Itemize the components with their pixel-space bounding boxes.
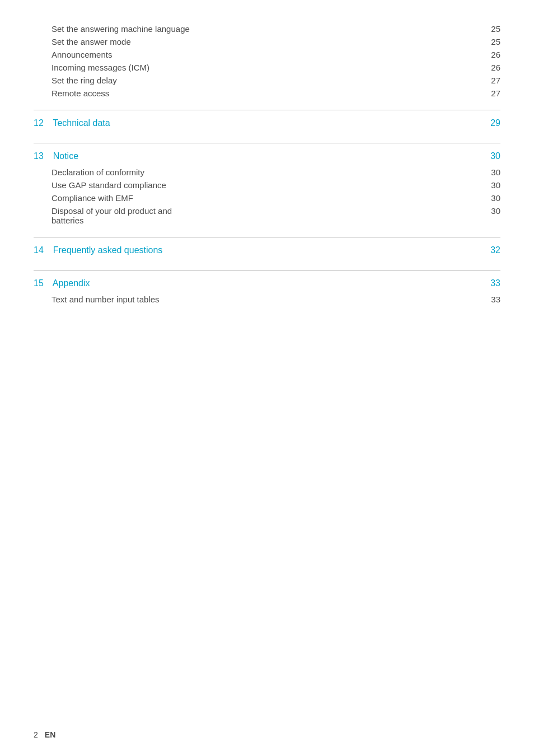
item-page: 26 <box>484 50 500 59</box>
item-text: Incoming messages (ICM) <box>34 63 149 72</box>
list-item: Disposal of your old product andbatterie… <box>34 204 500 227</box>
page-container: Set the answering machine language 25 Se… <box>0 0 534 756</box>
item-page: 27 <box>484 76 500 85</box>
item-text: Compliance with EMF <box>34 193 133 203</box>
item-page: 27 <box>484 88 500 98</box>
item-page: 30 <box>484 193 500 203</box>
list-item: Incoming messages (ICM) 26 <box>34 61 500 74</box>
item-page: 30 <box>484 167 500 177</box>
section-title: Appendix <box>48 278 90 288</box>
item-text: Announcements <box>34 50 112 59</box>
section-title: Notice <box>48 151 78 161</box>
list-item: Declaration of conformity 30 <box>34 166 500 179</box>
list-item: Set the answer mode 25 <box>34 35 500 48</box>
section-number: 14 <box>34 245 44 255</box>
list-item: Use GAP standard compliance 30 <box>34 179 500 192</box>
section-number: 13 <box>34 151 44 161</box>
section-page: 29 <box>490 118 500 128</box>
sub-items-15: Text and number input tables 33 <box>34 293 500 306</box>
item-text: Disposal of your old product andbatterie… <box>34 206 172 225</box>
header-left: 14 Frequently asked questions <box>34 245 162 255</box>
section-title: Technical data <box>48 118 110 128</box>
section-header-12: 12 Technical data 29 <box>34 110 500 133</box>
list-item: Set the ring delay 27 <box>34 74 500 87</box>
header-left: 13 Notice <box>34 151 78 161</box>
initial-subitems: Set the answering machine language 25 Se… <box>34 22 500 100</box>
section-page: 33 <box>490 278 500 288</box>
header-left: 15 Appendix <box>34 278 90 288</box>
footer-page-number: 2 <box>34 730 38 739</box>
item-page: 26 <box>484 63 500 72</box>
section-header-14: 14 Frequently asked questions 32 <box>34 237 500 260</box>
toc-section-14: 14 Frequently asked questions 32 <box>34 237 500 260</box>
list-item: Text and number input tables 33 <box>34 293 500 306</box>
list-item: Compliance with EMF 30 <box>34 192 500 204</box>
item-text: Text and number input tables <box>34 295 160 304</box>
section-header-15: 15 Appendix 33 <box>34 270 500 293</box>
section-title: Frequently asked questions <box>48 245 163 255</box>
section-page: 32 <box>490 245 500 255</box>
list-item: Remote access 27 <box>34 87 500 100</box>
item-text: Declaration of conformity <box>34 167 144 177</box>
list-item: Set the answering machine language 25 <box>34 22 500 35</box>
item-text: Set the ring delay <box>34 76 117 85</box>
section-number: 15 <box>34 278 44 288</box>
item-page: 25 <box>484 37 500 46</box>
item-page: 25 <box>484 24 500 34</box>
header-left: 12 Technical data <box>34 118 110 128</box>
list-item: Announcements 26 <box>34 48 500 61</box>
section-header-13: 13 Notice 30 <box>34 143 500 166</box>
toc-section-15: 15 Appendix 33 Text and number input tab… <box>34 270 500 306</box>
item-text: Set the answering machine language <box>34 24 190 34</box>
item-page: 30 <box>484 206 500 216</box>
section-page: 30 <box>490 151 500 161</box>
footer-language: EN <box>45 730 55 739</box>
toc-section-12: 12 Technical data 29 <box>34 110 500 133</box>
item-text: Set the answer mode <box>34 37 131 46</box>
item-text: Remote access <box>34 88 109 98</box>
toc-section-13: 13 Notice 30 Declaration of conformity 3… <box>34 143 500 227</box>
footer: 2 EN <box>34 730 55 739</box>
sub-items-13: Declaration of conformity 30 Use GAP sta… <box>34 166 500 227</box>
item-text: Use GAP standard compliance <box>34 180 166 190</box>
item-page: 30 <box>484 180 500 190</box>
section-number: 12 <box>34 118 44 128</box>
item-page: 33 <box>484 295 500 304</box>
